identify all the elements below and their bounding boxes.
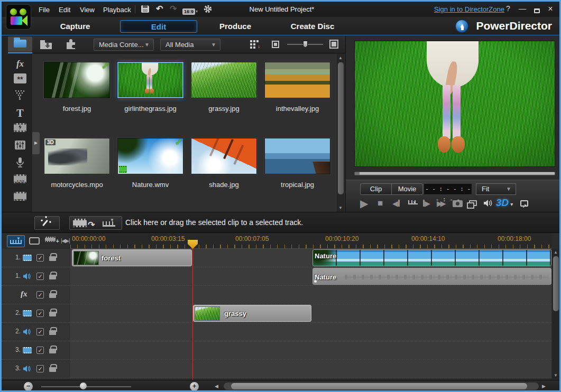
track-lane-video-1[interactable]: forest Nature [70, 249, 551, 267]
scroll-down-icon[interactable]: ▼ [554, 373, 558, 378]
media-item-tropical[interactable]: tropical.jpg [264, 138, 338, 189]
play-button[interactable]: ▶ [360, 197, 368, 210]
close-button[interactable]: × [545, 4, 556, 14]
snapshot-camera-icon[interactable] [453, 197, 463, 207]
fast-forward-button[interactable]: ▶▶ [437, 197, 444, 210]
track-enable-checkbox[interactable]: ✓ [36, 365, 44, 372]
add-track-button[interactable] [45, 237, 56, 242]
previous-frame-button[interactable]: ◀ [392, 197, 400, 210]
save-icon[interactable] [141, 5, 149, 13]
clip-nature-video[interactable]: Nature [312, 249, 551, 266]
sort-view-icon[interactable]: ↓ [250, 40, 260, 49]
media-item-grassy[interactable]: ✓ grassy.jpg [191, 62, 264, 113]
track-header-video-3[interactable]: 3. ✓ [2, 341, 70, 359]
track-lane-audio-2[interactable] [70, 323, 551, 341]
scroll-up-icon[interactable]: ▲ [554, 250, 558, 255]
aspect-dropdown-arrow[interactable]: ▾ [196, 6, 198, 17]
media-filter-dropdown[interactable]: All Media▼ [160, 39, 220, 51]
track-enable-checkbox[interactable]: ✓ [36, 328, 44, 335]
timeline-ruler[interactable]: 00:00:00:00 00:00:03:15 00:00:07:05 00:0… [70, 233, 551, 249]
clip-nature-audio[interactable]: Nature [312, 268, 551, 285]
media-item-nature[interactable]: ✓ Nature.wmv [117, 138, 191, 189]
track-lock-icon[interactable] [49, 330, 56, 335]
clip-forest[interactable]: forest [72, 249, 192, 266]
timeline-zoom-in-button[interactable]: + [190, 382, 199, 391]
tab-create-disc[interactable]: Create Disc [283, 20, 342, 33]
scroll-up-icon[interactable]: ▲ [338, 55, 343, 60]
scrollbar-thumb[interactable] [338, 62, 344, 194]
timeline-vertical-scrollbar[interactable]: ▲ ▼ [552, 249, 560, 379]
plugin-puzzle-icon[interactable] [65, 39, 77, 52]
track-enable-checkbox[interactable]: ✓ [36, 347, 44, 354]
undo-icon[interactable]: ↶ [156, 4, 163, 14]
settings-gear-icon[interactable] [204, 5, 212, 16]
tab-capture[interactable]: Capture [49, 20, 102, 33]
track-lock-icon[interactable] [49, 312, 56, 316]
media-item-motorcycles[interactable]: 3D motorcycles.mpo [44, 138, 117, 189]
slider-thumb[interactable] [303, 41, 308, 48]
media-item-girlinthegrass[interactable]: girlinthegrass.jpg [117, 62, 191, 113]
storyboard-view-button[interactable] [29, 237, 40, 245]
undock-preview-icon[interactable] [520, 197, 528, 207]
menu-edit[interactable]: Edit [56, 5, 73, 15]
sidebar-item-particle-room[interactable] [8, 90, 32, 105]
help-button[interactable]: ? [503, 4, 513, 13]
track-lane-video-2[interactable]: grassy [70, 304, 551, 322]
scrollbar-thumb[interactable] [553, 256, 559, 311]
preview-seek-bar[interactable] [354, 172, 555, 175]
scroll-right-icon[interactable]: ▶ [542, 384, 546, 389]
3d-toggle-button[interactable]: 3D▾ [496, 197, 513, 211]
sidebar-item-transition-room[interactable] [8, 123, 32, 138]
movie-mode-button[interactable]: Movie [391, 183, 423, 195]
large-thumbnail-icon[interactable] [329, 40, 338, 49]
media-item-forest[interactable]: ✓ forest.jpg [44, 62, 117, 113]
import-media-icon[interactable] [40, 39, 52, 52]
sidebar-item-pip-objects-room[interactable]: ** [8, 73, 32, 88]
timeline-zoom-out-button[interactable]: − [24, 382, 33, 391]
track-lock-icon[interactable] [49, 256, 56, 261]
sidebar-item-voice-over-room[interactable] [8, 157, 32, 172]
tab-edit[interactable]: Edit [120, 20, 197, 33]
content-filter-dropdown[interactable]: Media Conte...▼ [94, 39, 154, 51]
scrollbar-thumb[interactable] [231, 383, 527, 389]
media-thumbnail[interactable] [191, 138, 257, 174]
track-lock-icon[interactable] [49, 349, 56, 353]
fit-zoom-dropdown[interactable]: Fit▼ [476, 183, 516, 195]
track-lane-audio-1[interactable]: Nature [70, 267, 551, 285]
track-enable-checkbox[interactable]: ✓ [36, 310, 44, 317]
track-lock-icon[interactable] [49, 275, 56, 279]
next-frame-button[interactable]: ▶ [423, 197, 430, 210]
clip-grassy[interactable]: grassy [193, 305, 311, 322]
track-lock-icon[interactable] [49, 367, 56, 372]
preview-video[interactable] [354, 41, 555, 167]
media-thumbnail[interactable] [264, 62, 330, 98]
menu-file[interactable]: File [35, 5, 53, 15]
library-scrollbar[interactable]: ▲ ▼ [337, 54, 345, 212]
library-flyout-handle[interactable]: ▶ [32, 132, 40, 154]
redo-icon[interactable]: ↷ [170, 4, 177, 14]
media-thumbnail[interactable] [264, 138, 330, 174]
sidebar-item-audio-mixing-room[interactable] [8, 140, 32, 155]
tab-produce[interactable]: Produce [209, 20, 262, 33]
clip-mode-button[interactable]: Clip [360, 183, 392, 195]
track-header-audio-3[interactable]: 3. ✓ [2, 360, 70, 378]
media-thumbnail[interactable]: ✓ [44, 62, 110, 98]
track-enable-checkbox[interactable]: ✓ [36, 254, 44, 262]
sidebar-item-subtitle-room[interactable]: --- [8, 192, 32, 207]
media-thumbnail[interactable]: ✓ [191, 62, 257, 98]
track-lock-icon[interactable] [49, 293, 56, 298]
sidebar-item-media-room[interactable] [8, 36, 32, 52]
sidebar-item-title-room[interactable]: T [8, 106, 32, 121]
small-thumbnail-icon[interactable] [272, 41, 279, 48]
media-thumbnail[interactable]: ✓ [117, 138, 183, 174]
insert-to-timeline-button[interactable]: ↷ [69, 216, 122, 230]
media-item-inthevalley[interactable]: inthevalley.jpg [264, 62, 338, 113]
volume-speaker-icon[interactable] [483, 198, 492, 211]
track-header-video-1[interactable]: 1. ✓ [2, 249, 70, 267]
thumbnail-zoom-slider[interactable] [287, 44, 323, 45]
timeline-zoom-thumb[interactable] [80, 382, 87, 389]
signin-directorzone-link[interactable]: Sign in to DirectorZone [434, 5, 504, 13]
minimize-button[interactable]: — [517, 4, 528, 13]
scroll-left-icon[interactable]: ◀ [215, 384, 218, 389]
track-header-fx[interactable]: fx ✓ [2, 286, 70, 304]
